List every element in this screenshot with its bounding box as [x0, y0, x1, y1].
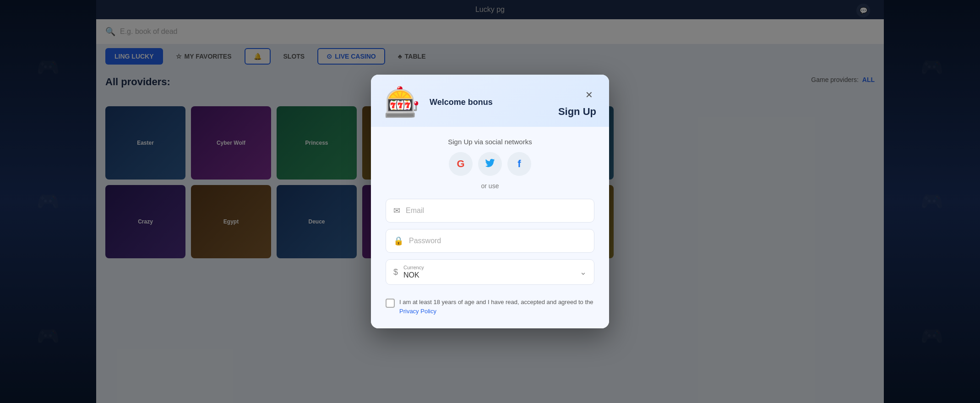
terms-text: I am at least 18 years of age and I have…: [399, 298, 594, 316]
modal-title: Sign Up: [558, 106, 596, 118]
lock-icon: 🔒: [393, 236, 403, 246]
currency-value: NOK: [403, 271, 574, 279]
form-fields: ✉ 🔒 $ Currency NOK ⌄: [386, 199, 594, 316]
terms-checkbox[interactable]: [386, 299, 395, 308]
currency-label: Currency: [403, 265, 574, 271]
terms-checkbox-row: I am at least 18 years of age and I have…: [386, 298, 594, 316]
email-field-wrapper: ✉: [386, 199, 594, 223]
modal-body: Sign Up via social networks G f or use ✉: [371, 127, 609, 328]
email-icon: ✉: [393, 206, 400, 216]
signup-modal: 🎰 Welcome bonus ✕ Sign Up Sign Up via so…: [371, 75, 609, 328]
privacy-policy-link[interactable]: Privacy Policy: [399, 308, 436, 315]
modal-header: 🎰 Welcome bonus ✕ Sign Up: [371, 75, 609, 127]
currency-inner: Currency NOK: [403, 265, 574, 279]
modal-backdrop: 🎰 Welcome bonus ✕ Sign Up Sign Up via so…: [0, 0, 980, 403]
or-use-label: or use: [386, 182, 594, 190]
google-signup-button[interactable]: G: [449, 152, 473, 176]
terms-text-before-link: I am at least 18 years of age and I have…: [399, 299, 593, 305]
currency-icon: $: [393, 267, 398, 277]
welcome-bonus-text: Welcome bonus: [430, 98, 493, 107]
chevron-down-icon: ⌄: [580, 267, 587, 277]
slot-machine-icon: 🎰: [384, 87, 420, 117]
social-section: Sign Up via social networks G f or use: [386, 138, 594, 190]
modal-header-content: 🎰 Welcome bonus: [384, 87, 493, 117]
modal-close-button[interactable]: ✕: [582, 87, 596, 102]
password-input[interactable]: [409, 237, 587, 245]
social-buttons: G f: [386, 152, 594, 176]
twitter-signup-button[interactable]: [478, 152, 502, 176]
social-label: Sign Up via social networks: [386, 138, 594, 146]
facebook-signup-button[interactable]: f: [507, 152, 531, 176]
email-input[interactable]: [406, 207, 587, 215]
currency-field-wrapper[interactable]: $ Currency NOK ⌄: [386, 259, 594, 285]
password-field-wrapper: 🔒: [386, 229, 594, 253]
